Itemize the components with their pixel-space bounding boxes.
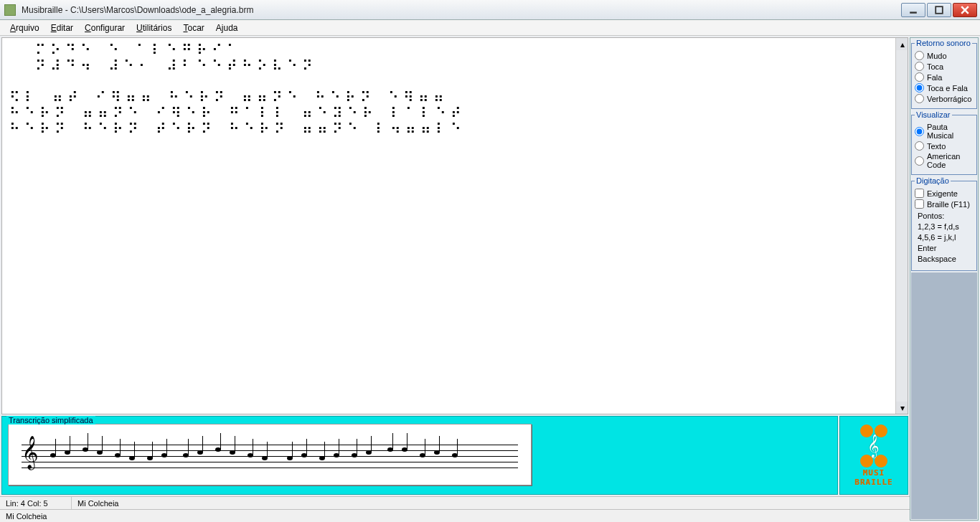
- group-digitacao: Digitação ExigenteBraille (F11) Pontos: …: [911, 176, 977, 271]
- legend-digitacao: Digitação: [915, 176, 951, 185]
- status-bar-2: Mi Colcheia: [0, 509, 910, 522]
- check-digitacao-0[interactable]: Exigente: [915, 188, 974, 199]
- menu-editar[interactable]: Editar: [45, 22, 79, 34]
- logo-line2: BRAILLE: [854, 478, 892, 487]
- bottom-area: Transcrição simplificada 𝄞 𝄞: [0, 416, 910, 496]
- window-buttons: [900, 3, 977, 17]
- menu-tocar[interactable]: Tocar: [177, 22, 209, 34]
- menu-configurar[interactable]: Configurar: [79, 22, 131, 34]
- radio-visualizar-1[interactable]: Texto: [915, 141, 974, 151]
- main-row: ⠍⠕⠙⠑ ⠑ ⠁⠇⠑⠛⠗⠊⠁ ⠝⠼⠙⠲ ⠼⠑⠂ ⠼⠃⠑⠑⠞⠓⠕⠧⠑⠝ ⠫⠇ ⠶⠞…: [0, 36, 980, 522]
- vertical-scrollbar[interactable]: ▴ ▾: [895, 38, 908, 414]
- app-icon: [4, 4, 16, 16]
- svg-rect-1: [936, 6, 943, 14]
- radio-retorno-3[interactable]: Toca e Fala: [915, 82, 974, 93]
- transcription-panel: Transcrição simplificada 𝄞: [1, 416, 838, 495]
- radio-retorno-0[interactable]: Mudo: [915, 50, 974, 61]
- radio-visualizar-2[interactable]: American Code: [915, 151, 974, 170]
- status-note-2: Mi Colcheia: [0, 510, 910, 522]
- radio-visualizar-0[interactable]: Pauta Musical: [915, 122, 974, 141]
- braille-editor[interactable]: ⠍⠕⠙⠑ ⠑ ⠁⠇⠑⠛⠗⠊⠁ ⠝⠼⠙⠲ ⠼⠑⠂ ⠼⠃⠑⠑⠞⠓⠕⠧⠑⠝ ⠫⠇ ⠶⠞…: [1, 37, 908, 414]
- braille-text: ⠍⠕⠙⠑ ⠑ ⠁⠇⠑⠛⠗⠊⠁ ⠝⠼⠙⠲ ⠼⠑⠂ ⠼⠃⠑⠑⠞⠓⠕⠧⠑⠝ ⠫⠇ ⠶⠞…: [2, 38, 908, 141]
- window-title: Musibraille - C:\Users\Marcos\Downloads\…: [20, 5, 900, 15]
- music-staff: 𝄞: [22, 435, 518, 475]
- legend-retorno: Retorno sonoro: [915, 39, 972, 47]
- scroll-up-icon[interactable]: ▴: [896, 38, 908, 50]
- menubar: Arquivo Editar Configurar Utilitários To…: [0, 20, 980, 36]
- radio-retorno-1[interactable]: Toca: [915, 61, 974, 72]
- menu-ajuda[interactable]: Ajuda: [210, 22, 244, 34]
- close-button[interactable]: [953, 3, 977, 17]
- radio-retorno-2[interactable]: Fala: [915, 72, 974, 82]
- editor-column: ⠍⠕⠙⠑ ⠑ ⠁⠇⠑⠛⠗⠊⠁ ⠝⠼⠙⠲ ⠼⠑⠂ ⠼⠃⠑⠑⠞⠓⠕⠧⠑⠝ ⠫⠇ ⠶⠞…: [0, 36, 910, 522]
- group-retorno-sonoro: Retorno sonoro MudoTocaFalaToca e FalaVe…: [911, 39, 977, 109]
- legend-visualizar: Visualizar: [915, 110, 952, 119]
- minimize-button[interactable]: [901, 3, 925, 17]
- pontos-info: Pontos: 1,2,3 = f,d,s 4,5,6 = j,k,l Ente…: [915, 209, 974, 266]
- transcription-legend: Transcrição simplificada: [6, 416, 95, 424]
- menu-arquivo[interactable]: Arquivo: [4, 22, 45, 34]
- logo-line1: MUSI: [854, 468, 892, 478]
- scroll-down-icon[interactable]: ▾: [896, 402, 908, 414]
- panel-spacer: [911, 272, 977, 519]
- logo-panel: 𝄞 MUSI BRAILLE: [839, 416, 908, 495]
- status-position: Lin: 4 Col: 5: [0, 497, 72, 509]
- right-panel: Retorno sonoro MudoTocaFalaToca e FalaVe…: [910, 37, 979, 521]
- status-note: Mi Colcheia: [72, 497, 910, 509]
- titlebar: Musibraille - C:\Users\Marcos\Downloads\…: [0, 0, 980, 20]
- check-digitacao-1[interactable]: Braille (F11): [915, 199, 974, 209]
- music-staff-box: 𝄞: [8, 424, 532, 485]
- maximize-button[interactable]: [927, 3, 951, 17]
- app-logo: 𝄞 MUSI BRAILLE: [854, 424, 892, 487]
- radio-retorno-4[interactable]: Verborrágico: [915, 93, 974, 104]
- app-window: Musibraille - C:\Users\Marcos\Downloads\…: [0, 0, 980, 522]
- menu-utilitarios[interactable]: Utilitários: [131, 22, 177, 34]
- group-visualizar: Visualizar Pauta MusicalTextoAmerican Co…: [911, 110, 977, 175]
- status-bar-1: Lin: 4 Col: 5 Mi Colcheia: [0, 496, 910, 509]
